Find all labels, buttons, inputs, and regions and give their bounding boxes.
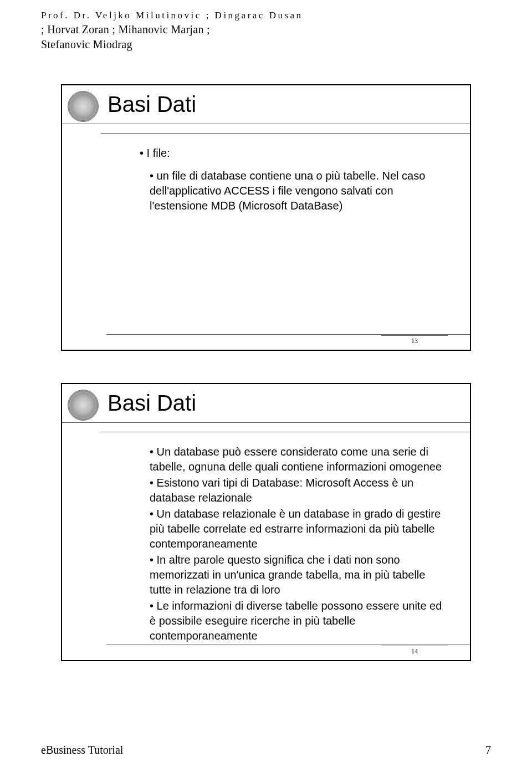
header-authors-line3: Stefanovic Miodrag bbox=[41, 38, 532, 51]
slide-header: Basi Dati bbox=[62, 384, 470, 423]
header-authors-line1: Prof. Dr. Veljko Milutinovic ; Dingarac … bbox=[41, 10, 532, 21]
slide-header: Basi Dati bbox=[62, 85, 470, 124]
seal-icon bbox=[68, 390, 99, 421]
slide-footer: 14 bbox=[106, 645, 470, 657]
bullet-item: • un file di database contiene una o più… bbox=[140, 168, 448, 213]
bullet-item: • Un database relazionale è un database … bbox=[140, 507, 448, 551]
slide-body: • I file: • un file di database contiene… bbox=[62, 134, 470, 334]
slide-number: 14 bbox=[381, 646, 448, 657]
slide-title: Basi Dati bbox=[108, 92, 196, 124]
divider bbox=[101, 423, 470, 432]
page-header: Prof. Dr. Veljko Milutinovic ; Dingarac … bbox=[0, 10, 532, 51]
bullet-item: • Le informazioni di diverse tabelle pos… bbox=[140, 599, 448, 643]
footer-page-number: 7 bbox=[485, 744, 491, 756]
footer-title: eBusiness Tutorial bbox=[41, 744, 123, 756]
bullet-item: • Esistono vari tipi di Database: Micros… bbox=[140, 476, 448, 505]
page: Prof. Dr. Veljko Milutinovic ; Dingarac … bbox=[0, 0, 532, 772]
slide-body: • Un database può essere considerato com… bbox=[62, 432, 470, 643]
slide-13: Basi Dati • I file: • un file di databas… bbox=[61, 84, 471, 351]
bullet-item: • In altre parole questo significa che i… bbox=[140, 553, 448, 597]
bullet-item: • I file: bbox=[140, 146, 448, 161]
slide-title: Basi Dati bbox=[108, 391, 196, 422]
bullet-item: • Un database può essere considerato com… bbox=[140, 444, 448, 474]
seal-icon bbox=[68, 91, 99, 122]
divider bbox=[101, 124, 470, 134]
header-authors-line2: ; Horvat Zoran ; Mihanovic Marjan ; bbox=[41, 23, 532, 36]
slide-number: 13 bbox=[381, 335, 448, 346]
page-footer: eBusiness Tutorial 7 bbox=[41, 744, 491, 756]
slide-14: Basi Dati • Un database può essere consi… bbox=[61, 383, 471, 661]
slide-footer: 13 bbox=[106, 334, 470, 346]
slides-container: Basi Dati • I file: • un file di databas… bbox=[0, 84, 532, 661]
